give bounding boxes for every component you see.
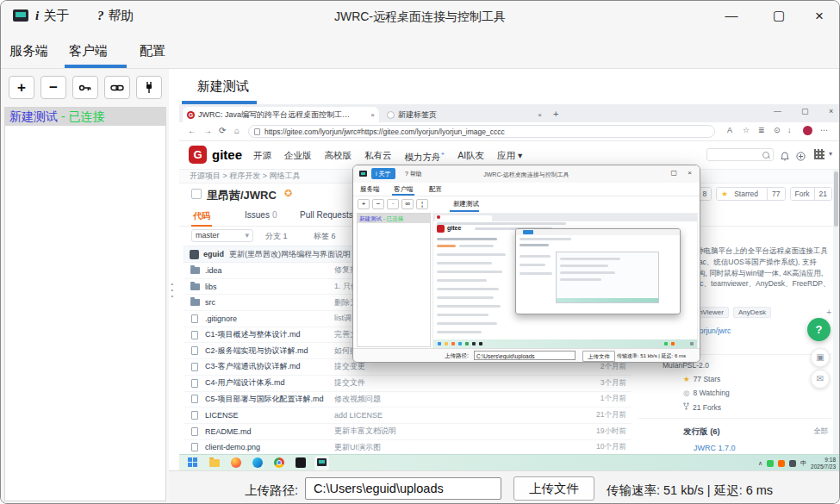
remove-session-button[interactable]: − [40, 76, 66, 99]
gitee-brand[interactable]: gitee [212, 147, 242, 162]
nav-opensource[interactable]: 开源 [253, 150, 271, 164]
repo-tab-prs[interactable]: Pull Requests0 [300, 210, 360, 220]
alerts-icon[interactable]: ⊙ [774, 126, 781, 134]
nested-remote-viewport[interactable]: gitee [432, 213, 698, 349]
panel-splitter[interactable]: ··· [170, 281, 175, 299]
nested-tab-config[interactable]: 配置 [429, 185, 442, 194]
repo-tab-code[interactable]: 代码 [193, 210, 210, 222]
branch-select[interactable]: master▾ [191, 229, 253, 242]
connect-button[interactable] [104, 76, 130, 99]
start-button[interactable] [188, 457, 198, 468]
tag-chip[interactable]: AnyDesk [733, 307, 771, 318]
gitee-logo[interactable]: G [189, 146, 207, 164]
nested-session-item[interactable]: 新建测试 - 已连接 [358, 214, 430, 223]
nav-apps[interactable]: 应用 ▾ [497, 150, 522, 164]
add-tag-button[interactable]: + [826, 308, 831, 317]
nested-connect-button[interactable]: ∞ [401, 199, 414, 209]
nested-maximize-button[interactable]: ▢ [670, 169, 677, 177]
nested-plug-button[interactable]: ¦ [416, 199, 428, 209]
downloads-icon[interactable]: ↓ [787, 126, 792, 134]
tray-green-icon[interactable] [767, 460, 774, 467]
collections-icon[interactable]: ≣ [758, 126, 765, 134]
file-row[interactable]: LICENSEadd LICENSE21个月前 [184, 408, 632, 424]
file-row[interactable]: README.md更新丰富文档说明19小时前 [184, 424, 632, 440]
tray-expand-icon[interactable]: ∧ [758, 460, 762, 467]
qr-code-icon[interactable] [814, 149, 824, 159]
browser-menu-icon[interactable]: ⋯ [820, 126, 828, 134]
gitee-search-input[interactable] [706, 148, 774, 161]
nested-close-button[interactable]: × [688, 169, 692, 177]
file-row[interactable]: C4-用户端设计体系.md提交文件3个月前 [184, 376, 632, 392]
tab-config[interactable]: 配置 [140, 43, 165, 59]
taskbar-clock[interactable]: 9:182025/7/23 [811, 457, 836, 470]
create-icon[interactable] [796, 149, 806, 165]
release-link[interactable]: JWRC 1.7.0 [638, 444, 831, 452]
fork-button[interactable]: Fork21 [790, 187, 832, 201]
star-button[interactable]: ★ Starred77 [716, 187, 785, 201]
nested-upload-button[interactable]: 上传文件 [582, 351, 615, 362]
tab-server[interactable]: 服务端 [9, 43, 48, 59]
favorite-icon[interactable]: ☆ [743, 126, 750, 134]
mini-idea-icon[interactable] [472, 342, 476, 345]
releases-all-link[interactable]: 全部 [813, 426, 828, 437]
nav-education[interactable]: 高校版 [325, 150, 352, 164]
mini-jwrc-icon[interactable] [479, 342, 482, 345]
innermost-jwrc-window[interactable] [515, 228, 681, 314]
nav-enterprise[interactable]: 企业版 [284, 150, 312, 164]
nested-session-tab[interactable]: 新建测试 [453, 200, 479, 208]
repo-title[interactable]: 里昂茜/JWRC [207, 188, 277, 203]
tab-client[interactable]: 客户端 [69, 43, 108, 59]
nested-tab-client[interactable]: 客户端 [394, 185, 414, 194]
forks-stat[interactable]: 21 Forks [638, 402, 831, 412]
url-field[interactable]: https://gitee.com/lyorjun/jwrc#https://g… [248, 125, 715, 138]
scrollbar-thumb[interactable] [834, 171, 838, 227]
watching-stat[interactable]: ◎8 Watching [638, 389, 831, 397]
tray-orange-icon[interactable] [778, 460, 785, 467]
nav-private-cloud[interactable]: 私有云 [364, 150, 392, 164]
read-aloud-icon[interactable]: A [727, 126, 732, 134]
branches-link[interactable]: 分支 1 [265, 231, 288, 242]
tab-close-icon[interactable]: × [370, 111, 375, 119]
mini-folder-icon[interactable] [445, 342, 448, 345]
plug-button[interactable] [136, 76, 162, 99]
feedback-fab[interactable]: ✉ [811, 370, 830, 389]
remote-close-icon[interactable]: × [829, 107, 833, 115]
maximize-button[interactable]: ▢ [766, 8, 792, 23]
new-tab-button[interactable]: + [553, 109, 558, 119]
jwrc-taskbar-button[interactable] [314, 456, 329, 470]
tags-link[interactable]: 标签 6 [314, 231, 336, 242]
remote-desktop-viewport[interactable]: G JWRC: Java编写的跨平台远程桌面控制工… × 新建标签页 × + —… [179, 104, 840, 470]
minimize-button[interactable]: — [719, 8, 744, 22]
nested-jwrc-window[interactable]: i 关于 ? 帮助 JWRC-远程桌面连接与控制工具 ▢ × 服务端 客户端 配… [352, 165, 700, 363]
refresh-icon[interactable]: ⟳ [219, 126, 226, 135]
remote-maximize-icon[interactable]: ▢ [801, 107, 809, 115]
nested-tab-server[interactable]: 服务端 [360, 185, 380, 194]
nav-ai[interactable]: AI队友 [457, 150, 484, 164]
close-button[interactable]: × [806, 8, 832, 25]
nested-remove-button[interactable]: − [372, 199, 384, 209]
home-icon[interactable]: ⌂ [234, 126, 240, 135]
key-button[interactable] [72, 76, 98, 99]
stars-stat[interactable]: ★77 Stars [638, 375, 831, 383]
back-icon[interactable]: ← [188, 126, 196, 135]
add-session-button[interactable]: + [9, 76, 34, 99]
mini-chrome-icon[interactable] [465, 342, 469, 345]
tray-gray-icon[interactable] [789, 460, 796, 467]
browser-tab-newtab[interactable]: 新建标签页 × [383, 107, 546, 122]
mini-start-icon[interactable] [438, 342, 441, 345]
file-row[interactable]: C5-项目部署与国际化配置详解.md修改视频问题1个月前 [184, 392, 632, 408]
chevron-down-icon[interactable]: ▾ [829, 150, 832, 158]
repo-tab-issues[interactable]: Issues0 [245, 210, 277, 220]
tab-close-icon[interactable]: × [538, 111, 542, 119]
nav-model-ark[interactable]: 模力方舟+ [405, 150, 445, 164]
mini-edge-icon[interactable] [458, 342, 462, 345]
mini-firefox-icon[interactable] [451, 342, 455, 345]
collect-fab[interactable]: ▣ [811, 348, 830, 367]
help-fab[interactable]: ? [807, 318, 831, 341]
forward-icon[interactable]: → [203, 126, 212, 135]
page-scrollbar[interactable] [833, 170, 839, 454]
ime-indicator[interactable]: 中 [800, 459, 806, 468]
nested-key-button[interactable]: · [387, 199, 399, 209]
chrome-icon[interactable] [274, 457, 284, 468]
idea-icon[interactable] [296, 457, 306, 468]
